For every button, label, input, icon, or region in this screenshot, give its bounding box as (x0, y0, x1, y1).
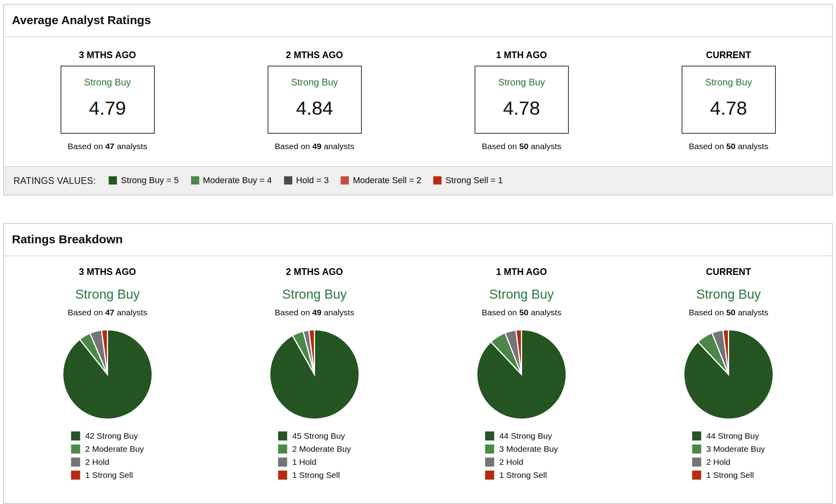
period-label: 3 MTHS AGO (4, 267, 211, 277)
ratings-value-item-hold: Hold = 3 (284, 175, 329, 186)
ratings-value-swatch (340, 176, 349, 185)
pie-legend-item: 1 Strong Sell (485, 470, 558, 480)
consensus-rating-label: Strong Buy (211, 287, 418, 302)
ratings-values-legend: Strong Buy = 5 Moderate Buy = 4 Hold = 3… (108, 175, 515, 186)
legend-item-label: 2 Hold (499, 457, 523, 467)
based-on-suffix: analysts (738, 142, 768, 151)
legend-item-label: 45 Strong Buy (292, 431, 345, 441)
based-on-suffix: analysts (324, 308, 354, 317)
legend-color-swatch (278, 444, 287, 454)
based-on-prefix: Based on (482, 142, 517, 151)
legend-color-swatch (71, 444, 80, 454)
pie-legend-item: 44 Strong Buy (485, 431, 558, 441)
based-on-prefix: Based on (68, 308, 103, 317)
legend-color-swatch (278, 431, 287, 441)
ratings-breakdown-column: 2 MTHS AGO Strong Buy Based on 49 analys… (211, 267, 418, 483)
legend-color-swatch (278, 457, 287, 467)
analyst-count: 50 (726, 142, 735, 151)
legend-color-swatch (692, 470, 701, 480)
ratings-value-item-moderate-sell: Moderate Sell = 2 (340, 175, 421, 186)
legend-item-label: 2 Moderate Buy (85, 444, 144, 454)
pie-legend-item: 1 Strong Sell (278, 470, 351, 480)
analyst-count: 47 (105, 308, 114, 317)
average-rating-score: 4.78 (503, 97, 540, 119)
rating-score-box: Strong Buy 4.79 (61, 66, 155, 134)
period-label: 3 MTHS AGO (4, 50, 211, 61)
legend-item-label: 2 Moderate Buy (292, 444, 351, 454)
average-rating-score: 4.79 (89, 97, 126, 119)
period-label: CURRENT (625, 267, 832, 277)
pie-legend: 45 Strong Buy 2 Moderate Buy 1 Hold 1 St… (278, 431, 351, 483)
period-label: CURRENT (625, 50, 832, 61)
based-on-suffix: analysts (324, 142, 354, 151)
analyst-ratings-widget: Average Analyst Ratings 3 MTHS AGO Stron… (0, 0, 836, 504)
based-on-prefix: Based on (68, 142, 103, 151)
based-on-text: Based on 49 analysts (211, 308, 418, 317)
ratings-pie-chart (61, 328, 154, 421)
consensus-rating-label: Strong Buy (498, 77, 545, 88)
ratings-breakdown-columns: 3 MTHS AGO Strong Buy Based on 47 analys… (4, 256, 832, 503)
period-label: 2 MTHS AGO (211, 267, 418, 277)
panel-gap (3, 195, 833, 223)
legend-item-label: 2 Hold (85, 457, 109, 467)
pie-legend: 44 Strong Buy 3 Moderate Buy 2 Hold 1 St… (485, 431, 558, 483)
average-rating-score: 4.84 (296, 97, 333, 119)
legend-item-label: 44 Strong Buy (706, 431, 759, 441)
average-rating-column: 1 MTH AGO Strong Buy 4.78 Based on 50 an… (418, 50, 625, 151)
based-on-suffix: analysts (531, 142, 561, 151)
average-rating-score: 4.78 (710, 97, 747, 119)
legend-item-label: 3 Moderate Buy (499, 444, 558, 454)
legend-item-label: 1 Strong Sell (85, 470, 133, 480)
based-on-text: Based on 50 analysts (625, 142, 832, 151)
pie-legend: 42 Strong Buy 2 Moderate Buy 2 Hold 1 St… (71, 431, 144, 483)
rating-score-box: Strong Buy 4.78 (475, 66, 569, 134)
average-rating-column: 2 MTHS AGO Strong Buy 4.84 Based on 49 a… (211, 50, 418, 151)
ratings-pie-chart (475, 328, 568, 421)
analyst-count: 50 (519, 142, 528, 151)
based-on-text: Based on 50 analysts (625, 308, 832, 317)
pie-legend-item: 1 Hold (278, 457, 351, 467)
legend-item-label: 1 Strong Sell (499, 470, 547, 480)
based-on-text: Based on 50 analysts (418, 308, 625, 317)
legend-color-swatch (692, 431, 701, 441)
legend-color-swatch (692, 444, 701, 454)
average-rating-column: 3 MTHS AGO Strong Buy 4.79 Based on 47 a… (4, 50, 211, 151)
based-on-prefix: Based on (689, 142, 724, 151)
pie-legend-item: 3 Moderate Buy (692, 444, 765, 454)
ratings-value-label: Strong Sell = 1 (445, 175, 503, 186)
legend-item-label: 1 Hold (292, 457, 316, 467)
ratings-pie-chart (682, 328, 775, 421)
period-label: 1 MTH AGO (418, 50, 625, 61)
pie-legend-item: 3 Moderate Buy (485, 444, 558, 454)
pie-legend: 44 Strong Buy 3 Moderate Buy 2 Hold 1 St… (692, 431, 765, 483)
ratings-value-label: Moderate Sell = 2 (353, 175, 421, 186)
legend-color-swatch (71, 431, 80, 441)
consensus-rating-label: Strong Buy (625, 287, 832, 302)
analyst-count: 50 (726, 308, 735, 317)
based-on-prefix: Based on (275, 308, 310, 317)
ratings-value-swatch (433, 176, 442, 185)
legend-color-swatch (485, 444, 494, 454)
legend-item-label: 2 Hold (706, 457, 730, 467)
analyst-count: 49 (312, 142, 321, 151)
ratings-breakdown-panel: Ratings Breakdown 3 MTHS AGO Strong Buy … (3, 223, 833, 504)
ratings-values-label: RATINGS VALUES: (13, 176, 96, 186)
based-on-text: Based on 47 analysts (4, 142, 211, 151)
pie-legend-item: 1 Strong Sell (692, 470, 765, 480)
legend-item-label: 44 Strong Buy (499, 431, 552, 441)
based-on-suffix: analysts (117, 142, 147, 151)
ratings-value-label: Strong Buy = 5 (121, 175, 179, 186)
pie-legend-item: 2 Moderate Buy (71, 444, 144, 454)
rating-score-box: Strong Buy 4.78 (682, 66, 776, 134)
ratings-value-label: Hold = 3 (296, 175, 329, 186)
based-on-prefix: Based on (482, 308, 517, 317)
consensus-rating-label: Strong Buy (291, 77, 338, 88)
average-ratings-columns: 3 MTHS AGO Strong Buy 4.79 Based on 47 a… (4, 37, 832, 166)
legend-item-label: 1 Strong Sell (706, 470, 754, 480)
legend-color-swatch (71, 457, 80, 467)
based-on-text: Based on 50 analysts (418, 142, 625, 151)
pie-legend-item: 1 Strong Sell (71, 470, 144, 480)
ratings-value-swatch (284, 176, 293, 185)
rating-score-box: Strong Buy 4.84 (268, 66, 362, 134)
ratings-value-swatch (191, 176, 200, 185)
